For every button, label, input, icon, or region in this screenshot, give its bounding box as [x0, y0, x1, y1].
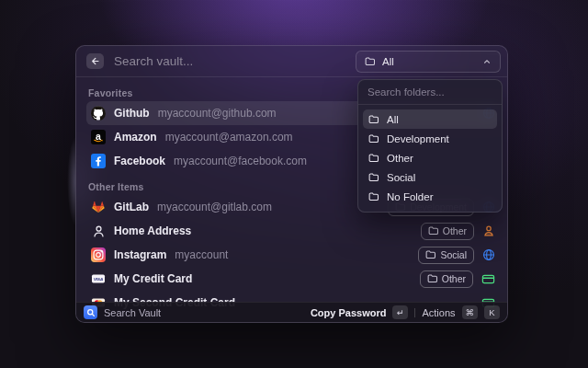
folder-option[interactable]: Development: [363, 129, 497, 148]
item-subtitle: myaccount@github.com: [158, 107, 277, 120]
folder-icon: [425, 249, 436, 260]
item-title: GitLab: [114, 201, 149, 213]
folder-option-label: No Folder: [387, 191, 434, 202]
actions-button[interactable]: Actions: [422, 307, 455, 318]
item-title: Home Address: [114, 224, 191, 237]
facebook-icon: [91, 154, 106, 168]
folder-option[interactable]: Other: [363, 148, 497, 167]
chevron-up-icon: [482, 57, 492, 66]
search-icon: [86, 308, 96, 317]
list-item[interactable]: VISAMy Credit CardOther: [86, 267, 500, 291]
item-subtitle: myaccount@facebook.com: [174, 155, 307, 167]
folder-badge-label: Other: [443, 225, 467, 236]
folder-badge-label: Social: [440, 249, 467, 260]
folder-options-list: AllDevelopmentOtherSocialNo Folder: [358, 105, 502, 212]
instagram-icon: [91, 247, 106, 262]
folder-badge-label: Other: [442, 273, 466, 284]
item-subtitle: myaccount@amazon.com: [165, 131, 293, 144]
person-orange-icon: [482, 224, 495, 237]
person-icon: [91, 224, 106, 238]
item-title: Instagram: [114, 248, 166, 261]
folder-filter-value: All: [382, 56, 476, 67]
k-key-badge: K: [484, 305, 500, 319]
visa-icon: VISA: [91, 271, 106, 286]
folder-badge: Other: [420, 270, 473, 288]
item-subtitle: myaccount: [175, 248, 228, 261]
status-bar: Search Vault Copy Password ↵ Actions ⌘ K: [76, 302, 507, 322]
svg-text:a: a: [96, 131, 101, 142]
folder-icon: [368, 133, 379, 144]
footer-separator: [414, 308, 415, 317]
folder-dropdown: AllDevelopmentOtherSocialNo Folder: [357, 79, 503, 213]
folder-option[interactable]: All: [363, 109, 497, 129]
search-launcher-tile: [84, 305, 97, 319]
item-title: Github: [114, 107, 150, 120]
list-item[interactable]: Home AddressOther: [86, 219, 500, 243]
folder-option[interactable]: Social: [363, 167, 497, 187]
folder-option-label: Other: [387, 153, 413, 164]
search-header: All: [76, 46, 507, 77]
folder-badge: Other: [421, 223, 474, 240]
folder-icon: [368, 153, 379, 164]
folder-option[interactable]: No Folder: [363, 187, 497, 206]
folder-search-input[interactable]: [358, 80, 502, 105]
footer-search-label: Search Vault: [104, 307, 304, 318]
folder-icon: [368, 191, 379, 202]
amazon-icon: a: [91, 130, 106, 144]
folder-icon: [365, 56, 376, 67]
folder-option-label: Social: [387, 172, 415, 183]
folder-icon: [427, 273, 438, 284]
cmd-key-badge: ⌘: [462, 305, 479, 319]
item-title: Facebook: [114, 155, 165, 167]
folder-option-label: Development: [387, 133, 449, 144]
svg-text:VISA: VISA: [94, 277, 103, 282]
item-title: Amazon: [114, 131, 157, 144]
search-vault-window: All FavoritesGithubmyaccount@github.coma…: [75, 45, 508, 323]
folder-icon: [368, 114, 379, 125]
folder-badge: Social: [418, 247, 474, 264]
back-button[interactable]: [86, 53, 104, 69]
github-icon: [91, 106, 106, 121]
folder-filter-button[interactable]: All: [356, 51, 501, 73]
item-subtitle: myaccount@gitlab.com: [157, 201, 272, 213]
arrow-left-icon: [90, 56, 100, 66]
enter-key-badge: ↵: [392, 305, 408, 319]
list-item[interactable]: InstagrammyaccountSocial: [86, 243, 500, 267]
folder-option-label: All: [387, 114, 399, 125]
search-input[interactable]: [112, 53, 356, 69]
copy-password-button[interactable]: Copy Password: [311, 307, 387, 318]
folder-icon: [428, 225, 439, 236]
gitlab-icon: [91, 200, 106, 214]
folder-icon: [368, 172, 379, 183]
globe-icon: [482, 248, 495, 261]
item-title: My Credit Card: [114, 272, 192, 285]
card-icon: [481, 272, 495, 286]
